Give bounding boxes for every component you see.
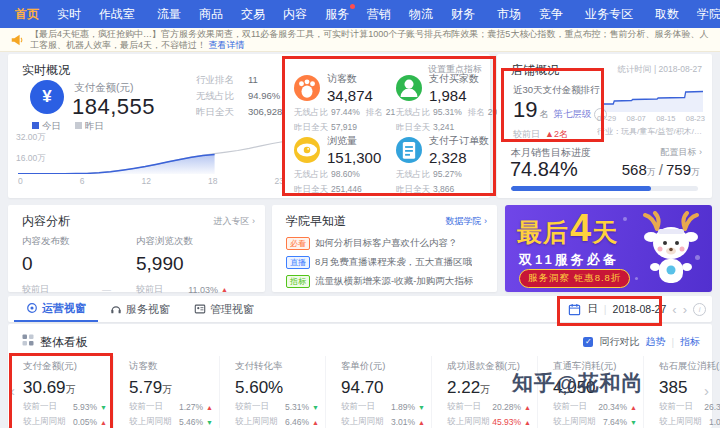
nav-item-6[interactable]: 交易 <box>232 0 274 28</box>
nav-item-7[interactable]: 内容 <box>274 0 316 28</box>
deer-mascot-illustration <box>634 211 708 289</box>
top-nav-items: 首页实时作战室流量商品交易内容服务营销物流财务市场竞争业务专区取数学院 <box>6 0 714 28</box>
nav-item-8[interactable]: 服务 <box>316 0 358 28</box>
academy-item-0[interactable]: 必看 如何分析目标客户喜欢什么内容？ <box>286 237 489 250</box>
configure-target-link[interactable]: 配置目标 › <box>661 146 703 159</box>
notice-detail-link[interactable]: 查看详情 <box>209 40 245 50</box>
x-axis-ticks: 06121823 <box>18 176 284 186</box>
kanban-card-2[interactable]: 支付转化率 5.60% 较前一日5.31%▼较上周同期6.46%▲ <box>220 356 326 428</box>
date-picker[interactable]: 日 | 2018-08-27 ‹ › i <box>568 302 706 316</box>
shop-chart-ticks: 07-2908-0708-1508-23 <box>597 114 705 123</box>
stat-value: 11 <box>248 72 258 88</box>
rank-unit: 名 <box>539 108 548 121</box>
content-analysis-card: 内容分析 进入专区 › 内容发布数0 较前日— 内容浏览次数5,990 较前日1… <box>8 205 265 292</box>
stat-value: 94.96% <box>248 88 280 104</box>
rank-label: 近30天支付金额排行 <box>513 84 600 97</box>
academy-link[interactable]: 数据学院 › <box>446 215 488 228</box>
sales-progress-fill <box>511 186 651 191</box>
academy-title: 学院早知道 <box>286 213 346 230</box>
notice-text: 【最后4天钜惠，疯狂抢购中…】官方服务效果周查，双11必备服务工具，可实时计算1… <box>30 29 710 51</box>
dashboard-root: 首页实时作战室流量商品交易内容服务营销物流财务市场竞争业务专区取数学院 【最后4… <box>0 0 720 428</box>
date-info-icon[interactable]: i <box>693 303 706 316</box>
visitor-icon <box>294 75 320 101</box>
rank-up-arrow-value: ▲2名 <box>545 129 568 139</box>
nav-item-5[interactable]: 商品 <box>190 0 232 28</box>
date-value[interactable]: 2018-08-27 <box>613 303 667 315</box>
nav-item-1[interactable]: 实时 <box>48 0 90 28</box>
shop-title: 店铺概况 <box>511 62 559 79</box>
nav-item-14[interactable]: 竞争 <box>530 0 572 28</box>
carousel-next-icon[interactable]: › <box>704 382 709 399</box>
realtime-tile-visitor: 访客数34,874 无线占比97.44%排名21 昨日全天57,919 <box>294 72 390 134</box>
buyer-icon <box>396 75 422 101</box>
nav-item-18[interactable]: 取数 <box>646 0 688 28</box>
nav-item-16[interactable]: 业务专区 <box>576 0 642 28</box>
tab-service-view[interactable]: 服务视窗 <box>98 296 182 322</box>
stat-label: 行业排名 <box>196 72 248 88</box>
carousel-prev-icon[interactable]: ‹ <box>10 382 15 399</box>
nav-item-2[interactable]: 作战室 <box>90 0 144 28</box>
realtime-title: 实时概况 <box>22 62 70 79</box>
academy-item-2[interactable]: 指标 流量纵横新增来源-收藏-加购两大指标 <box>286 275 489 288</box>
payment-amount-label: 支付金额(元) <box>74 81 134 95</box>
stat-value: 306,928 <box>248 104 282 120</box>
nav-item-4[interactable]: 流量 <box>148 0 190 28</box>
kanban-card-1[interactable]: 访客数 5.79万 较前一日1.27%▲较上周同期5.46%▼ <box>114 356 220 428</box>
shop-overview-card: 店铺概况 统计时间 | 2018-08-27 近30天支付金额排行 19 名 第… <box>497 54 712 198</box>
rank-line: 19 名 第七层级 i <box>513 97 607 123</box>
realtime-line-chart <box>18 138 284 174</box>
peer-compare-checkbox[interactable]: ✓ <box>583 337 593 347</box>
tier-label: 第七层级 <box>553 108 591 121</box>
nav-item-10[interactable]: 物流 <box>400 0 442 28</box>
headset-icon <box>110 303 122 315</box>
top-nav: 首页实时作战室流量商品交易内容服务营销物流财务市场竞争业务专区取数学院 <box>0 0 720 28</box>
next-date-icon[interactable]: › <box>683 303 687 316</box>
nav-item-0[interactable]: 首页 <box>6 0 48 28</box>
nav-item-11[interactable]: 财务 <box>442 0 484 28</box>
realtime-tile-order: 支付子订单数2,328 无线占比95.27% 昨日全天3,866 <box>396 134 492 196</box>
enter-zone-link[interactable]: 进入专区 › <box>214 215 256 228</box>
order-icon <box>396 137 422 163</box>
content-title: 内容分析 <box>22 213 70 230</box>
kanban-card-0[interactable]: 支付金额(元) 30.69万 较前一日5.93%▼较上周同期0.05%▲ <box>8 356 114 428</box>
stat-time: 统计时间 | 2018-08-27 <box>618 64 702 76</box>
kanban-card-3[interactable]: 客单价(元) 94.70 较前一日1.89%▼较上周同期3.01%▲ <box>326 356 432 428</box>
industry-label: 行业：玩具/童车/益智/积木/… <box>597 126 705 137</box>
notice-bar: 【最后4天钜惠，疯狂抢购中…】官方服务效果周查，双11必备服务工具，可实时计算1… <box>0 28 720 52</box>
payment-amount-value: 184,555 <box>72 94 155 120</box>
realtime-tile-buyer: 支付买家数1,984 无线占比95.31%排名20 昨日全天3,241 <box>396 72 492 134</box>
nav-item-13[interactable]: 市场 <box>488 0 530 28</box>
stat-label: 昨日全天 <box>196 104 248 120</box>
grid-icon <box>22 334 34 346</box>
realtime-side-stats: 行业排名11 无线占比94.96% 昨日全天306,928 <box>196 72 282 120</box>
date-granularity[interactable]: 日 <box>587 302 598 316</box>
target-icon <box>26 302 38 314</box>
tab-operations-view[interactable]: 运营视窗 <box>14 296 98 322</box>
academy-item-1[interactable]: 直播 8月免费直播课程来袭，五大直播区哦 <box>286 256 489 269</box>
shop-rank-step-chart <box>601 84 703 112</box>
sales-target-fraction: 568万 / 759万 <box>622 161 700 179</box>
nav-item-9[interactable]: 营销 <box>358 0 400 28</box>
megaphone-icon <box>10 33 24 47</box>
academy-card: 学院早知道 数据学院 › 必看 如何分析目标客户喜欢什么内容？ 直播 8月免费直… <box>272 205 497 292</box>
trend-link[interactable]: 趋势 <box>645 335 665 349</box>
view-tabs-bar: 运营视窗 服务视窗 管理视窗 日 | 2018-08-27 ‹ › i <box>8 296 712 322</box>
tab-management-view[interactable]: 管理视窗 <box>182 296 266 322</box>
realtime-tile-pageview: 浏览量151,300 无线占比98.60% 昨日全天251,446 <box>294 134 390 196</box>
sales-target-percent: 74.84% <box>510 158 578 181</box>
promo-subline: 双11服务必备 <box>519 251 619 269</box>
yen-icon: ¥ <box>30 80 64 114</box>
rank-value: 19 <box>513 97 537 123</box>
sales-progress-bar <box>511 186 698 191</box>
id-card-icon <box>194 303 206 315</box>
stat-label: 无线占比 <box>196 88 248 104</box>
pageview-icon <box>294 137 320 163</box>
promo-banner[interactable]: 最后4天 双11服务必备 服务洞察 钜惠8.8折 <box>505 205 712 292</box>
nav-item-19[interactable]: 学院 <box>688 0 720 28</box>
prev-date-icon[interactable]: ‹ <box>672 303 676 316</box>
metrics-link[interactable]: 指标 <box>680 335 700 349</box>
content-metric-1: 内容浏览次数5,990 较前日11.03%▲ <box>136 235 246 296</box>
calendar-icon <box>568 303 581 316</box>
rank-compare: 较前日▲2名 <box>513 128 568 141</box>
promo-headline: 最后4天 <box>517 207 617 250</box>
